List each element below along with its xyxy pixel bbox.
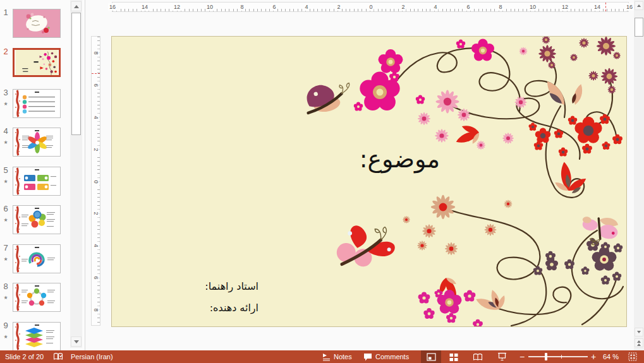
slide-number: 4 [0, 126, 11, 136]
zoom-percentage[interactable]: 64 % [603, 350, 619, 363]
slideshow-icon [497, 352, 507, 361]
slide-thumbnail-3[interactable]: 3 ★ [0, 88, 70, 121]
ruler-tick: 4 [92, 242, 100, 250]
slide-thumbnail-1[interactable]: 1 [0, 8, 70, 40]
fit-to-window-icon [628, 352, 637, 361]
animation-star-icon[interactable]: ★ [0, 217, 11, 223]
animation-star-icon[interactable]: ★ [0, 140, 11, 146]
ruler-tick: 12 [561, 3, 569, 11]
notes-icon [322, 353, 331, 361]
presenter-textbox[interactable]: ارائه دهنده: [210, 302, 258, 314]
slide-1-preview[interactable] [13, 9, 61, 38]
slide-number: 2 [0, 47, 11, 56]
ruler-tick: 6 [271, 3, 277, 11]
animation-star-icon[interactable]: ★ [0, 295, 11, 301]
slide-thumbnail-8[interactable]: 8 ★ [0, 282, 70, 314]
ruler-tick: 4 [432, 3, 438, 11]
supervisor-textbox[interactable]: استاد راهنما: [205, 280, 258, 292]
ruler-tick: 14 [593, 3, 602, 11]
comments-button[interactable]: Comments [363, 350, 409, 363]
ruler-tick: 8 [92, 49, 100, 57]
reading-view-icon [473, 353, 483, 361]
slide-9-preview[interactable] [13, 322, 61, 350]
thumbnail-scroll-down-button[interactable] [71, 336, 82, 347]
leaf-cluster-top [544, 78, 585, 107]
slide-3-preview[interactable] [13, 89, 61, 118]
reading-view-button[interactable] [468, 350, 488, 363]
slide-5-preview[interactable] [13, 167, 61, 196]
thumbnail-scroll-up-button[interactable] [71, 1, 82, 11]
thumbnail-scrollbar[interactable] [70, 0, 82, 348]
slide-title-textbox[interactable]: موضوع: [360, 143, 440, 176]
slide-number: 5 [0, 165, 11, 175]
ruler-cursor-marker [92, 73, 100, 74]
notes-button[interactable]: Notes [322, 350, 352, 363]
slide-number: 8 [0, 282, 11, 291]
zoom-slider-track[interactable] [528, 356, 588, 357]
slide-thumbnail-6[interactable]: 6 ★ [0, 204, 70, 237]
ruler-tick: 6 [92, 81, 100, 90]
thumbnail-scrollbar-thumb[interactable] [71, 13, 81, 135]
scroll-up-button[interactable] [635, 1, 643, 10]
slide-7-preview[interactable] [13, 244, 61, 273]
slide-number: 7 [0, 243, 11, 253]
slide-thumbnail-panel: 1 2 [0, 0, 85, 350]
ruler-tick: 8 [239, 3, 245, 11]
ruler-tick: 10 [205, 3, 214, 11]
slide-number: 3 [0, 88, 11, 97]
floral-artwork[interactable] [112, 37, 626, 326]
animation-star-icon[interactable]: ★ [0, 334, 11, 340]
zoom-out-button[interactable]: − [519, 350, 525, 363]
animation-star-icon[interactable]: ★ [0, 101, 11, 107]
scroll-down-button[interactable] [635, 328, 643, 336]
slide-thumbnail-2[interactable]: 2 [0, 47, 70, 80]
ruler-tick: 2 [400, 3, 406, 11]
animation-star-icon[interactable]: ★ [0, 256, 11, 263]
slide-4-preview[interactable] [13, 128, 61, 157]
slide-canvas[interactable]: موضوع: استاد راهنما: ارائه دهنده: [111, 36, 627, 327]
slide-thumbnail-7[interactable]: 7 ★ [0, 243, 70, 276]
butterfly-purple-icon [303, 79, 355, 116]
previous-slide-button[interactable] [635, 338, 643, 347]
comments-icon [363, 353, 372, 361]
magenta-flowers [354, 39, 494, 327]
ruler-tick: 6 [465, 3, 471, 11]
slide-indicator[interactable]: Slide 2 of 20 [5, 350, 44, 363]
slide-thumbnail-4[interactable]: 4 ★ [0, 126, 70, 159]
slide-2-preview[interactable] [13, 48, 61, 77]
normal-view-icon [427, 353, 436, 361]
ruler-tick: 0 [92, 178, 100, 186]
zoom-slider-thumb[interactable] [545, 353, 547, 360]
slide-sorter-icon [449, 353, 458, 361]
ruler-tick: 2 [336, 3, 341, 11]
butterfly-pink-icon [580, 214, 620, 247]
slide-scrollbar[interactable] [634, 0, 644, 350]
slide-scrollbar-thumb[interactable] [635, 18, 643, 37]
ruler-tick: 10 [528, 3, 537, 11]
slide-sorter-view-button[interactable] [444, 350, 464, 363]
spellcheck-icon[interactable] [53, 350, 63, 363]
slide-number: 6 [0, 204, 11, 213]
normal-view-button[interactable] [421, 350, 441, 363]
red-flowers [529, 114, 623, 157]
zoom-in-button[interactable]: + [591, 350, 596, 363]
ruler-tick: 2 [92, 146, 100, 154]
slide-thumbnail-5[interactable]: 5 ★ [0, 165, 70, 198]
language-indicator[interactable]: Persian (Iran) [71, 350, 113, 363]
ruler-tick: 4 [92, 114, 100, 122]
slide-thumbnail-9[interactable]: 9 ★ [0, 321, 70, 350]
ruler-tick: 12 [173, 3, 181, 11]
slide-6-preview[interactable] [13, 205, 61, 234]
ruler-cursor-marker [605, 3, 606, 11]
ruler-tick: 4 [303, 3, 309, 11]
double-up-arrow-icon [637, 340, 641, 346]
vertical-ruler: 8 6 4 2 0 2 4 6 8 [91, 36, 100, 326]
vine-swirls [388, 48, 623, 326]
slideshow-view-button[interactable] [492, 350, 512, 363]
slide-number: 1 [0, 8, 11, 17]
ruler-tick: 16 [625, 3, 634, 11]
ruler-tick: 0 [368, 3, 374, 11]
fit-slide-to-window-button[interactable] [628, 350, 637, 363]
animation-star-icon[interactable]: ★ [0, 179, 11, 185]
slide-8-preview[interactable] [13, 283, 61, 312]
